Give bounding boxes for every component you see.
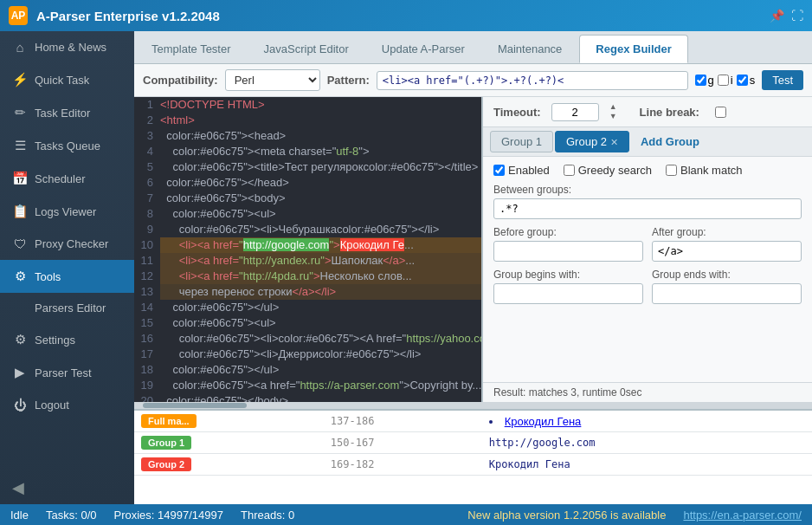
- ends-with-label: Group ends with:: [652, 269, 802, 281]
- line-content: color:#e06c75"></ul>: [160, 362, 481, 378]
- compatibility-label: Compatibility:: [143, 74, 218, 87]
- tab-maintenance[interactable]: Maintenance: [482, 36, 577, 62]
- line-content: color:#e06c75"><title>Тест регулярокcolo…: [160, 159, 481, 175]
- tabs-bar: Template TesterJavaScript EditorUpdate A…: [134, 31, 812, 64]
- line-number: 18: [134, 362, 160, 378]
- sidebar-icon-scheduler: 📅: [12, 171, 28, 186]
- tab-template-tester[interactable]: Template Tester: [136, 36, 247, 62]
- timeout-spinner[interactable]: ▲ ▼: [608, 102, 619, 121]
- blank-match-option[interactable]: Blank match: [666, 164, 743, 177]
- code-horizontal-scrollbar[interactable]: [134, 402, 812, 409]
- sidebar-item-task-editor[interactable]: ✏Task Editor: [0, 96, 134, 129]
- line-number: 19: [134, 378, 160, 393]
- greedy-checkbox[interactable]: [564, 165, 575, 176]
- test-button[interactable]: Test: [762, 70, 803, 90]
- enabled-option[interactable]: Enabled: [493, 164, 550, 177]
- timeout-label: Timeout:: [493, 106, 541, 119]
- tab-update-a-parser[interactable]: Update A-Parser: [366, 36, 480, 62]
- group-tab-group1[interactable]: Group 1: [490, 131, 553, 152]
- threads-status: Threads: 0: [241, 509, 294, 522]
- line-content: color:#e06c75"><meta charset="utf-8">: [160, 144, 481, 159]
- spin-down[interactable]: ▼: [608, 112, 619, 121]
- content-area: Template TesterJavaScript EditorUpdate A…: [134, 31, 812, 504]
- result-match-text: Крокодил Гена: [482, 411, 812, 432]
- sidebar-item-quick-task[interactable]: ⚡Quick Task: [0, 63, 134, 96]
- compatibility-select[interactable]: Perl PCRE JavaScript: [225, 69, 320, 91]
- linebreak-checkbox[interactable]: [715, 107, 726, 118]
- line-content: color:#e06c75"><ul>: [160, 206, 481, 222]
- alpha-notice: New alpha version 1.2.2056 is available: [467, 509, 666, 522]
- flag-g-label[interactable]: g: [695, 74, 714, 87]
- code-line: 8 color:#e06c75"><ul>: [134, 206, 481, 222]
- sidebar-item-tools[interactable]: ⚙Tools: [0, 260, 134, 293]
- sidebar-item-logout[interactable]: ⏻Logout: [0, 389, 134, 421]
- sidebar-label-parsers-editor: Parsers Editor: [35, 301, 106, 314]
- code-line: 18 color:#e06c75"></ul>: [134, 362, 481, 378]
- group-settings: Enabled Greedy search Blank match: [483, 157, 812, 382]
- tab-regex-builder[interactable]: Regex Builder: [579, 35, 687, 63]
- before-group-input[interactable]: [493, 241, 643, 262]
- flag-s-label[interactable]: s: [737, 74, 756, 87]
- pin-button[interactable]: 📌: [770, 9, 784, 23]
- sidebar-item-parsers-editor[interactable]: Parsers Editor: [0, 293, 134, 323]
- sidebar-collapse-button[interactable]: ◀: [0, 471, 134, 504]
- spin-up[interactable]: ▲: [608, 102, 619, 112]
- sidebar-item-tasks-queue[interactable]: ☰Tasks Queue: [0, 129, 134, 162]
- flag-g-checkbox[interactable]: [695, 75, 706, 86]
- after-group-input[interactable]: [652, 241, 802, 262]
- enabled-checkbox[interactable]: [493, 165, 505, 176]
- code-line: 17 color:#e06c75"><li>Джерриcolor:#e06c7…: [134, 347, 481, 362]
- sidebar-item-scheduler[interactable]: 📅Scheduler: [0, 162, 134, 195]
- between-groups-input[interactable]: [493, 198, 802, 219]
- titlebar-controls: 📌 ⛶: [770, 9, 803, 23]
- line-number: 5: [134, 159, 160, 175]
- line-number: 17: [134, 347, 160, 362]
- sidebar-item-settings[interactable]: ⚙Settings: [0, 323, 134, 356]
- line-number: 20: [134, 393, 160, 402]
- sidebar-item-home-news[interactable]: ⌂Home & News: [0, 31, 134, 63]
- code-line: 10 <li><a href="http://google.com">Кроко…: [134, 237, 481, 253]
- sidebar-icon-logs-viewer: 📋: [12, 204, 28, 219]
- flag-s-checkbox[interactable]: [737, 75, 748, 86]
- timeout-input[interactable]: [551, 103, 599, 121]
- timeout-row: Timeout: ▲ ▼ Line break:: [483, 97, 812, 127]
- group-tab-group2[interactable]: Group 2✕: [555, 131, 629, 152]
- pattern-input[interactable]: [377, 71, 688, 90]
- line-content: color:#e06c75"><head>: [160, 128, 481, 144]
- blank-match-checkbox[interactable]: [666, 165, 677, 176]
- after-group-label: After group:: [652, 226, 802, 238]
- begins-ends-row: Group begins with: Group ends with:: [493, 269, 802, 304]
- scrollbar-thumb[interactable]: [143, 403, 247, 408]
- sidebar-icon-task-editor: ✏: [12, 105, 28, 120]
- maximize-button[interactable]: ⛶: [791, 9, 803, 23]
- pattern-label: Pattern:: [327, 74, 370, 87]
- ends-with-input[interactable]: [652, 283, 802, 304]
- sidebar-label-home-news: Home & News: [35, 41, 106, 54]
- result-match-text: Крокодил Гена: [482, 454, 812, 476]
- code-editor[interactable]: 1<!DOCTYPE HTML>2<html>3 color:#e06c75">…: [134, 97, 483, 402]
- sidebar-item-proxy-checker[interactable]: 🛡Proxy Checker: [0, 228, 134, 260]
- line-content: color:#e06c75"></ul>: [160, 300, 481, 315]
- ends-with-field: Group ends with:: [652, 269, 802, 304]
- flag-i-label[interactable]: i: [718, 74, 733, 87]
- code-line: 20 color:#e06c75"></body>: [134, 393, 481, 402]
- sidebar-icon-settings: ⚙: [12, 332, 28, 347]
- tab-javascript-editor[interactable]: JavaScript Editor: [248, 36, 364, 62]
- app-logo: AP: [9, 6, 28, 25]
- titlebar: AP A-Parser Enterprise v1.2.2048 📌 ⛶: [0, 0, 812, 31]
- line-content: <li><a href="http://4pda.ru">Несколько с…: [160, 269, 481, 284]
- flag-i-checkbox[interactable]: [718, 75, 729, 86]
- alpha-link[interactable]: https://en.a-parser.com/: [683, 509, 802, 522]
- greedy-search-option[interactable]: Greedy search: [564, 164, 652, 177]
- add-group-button[interactable]: Add Group: [631, 131, 709, 152]
- before-after-row: Before group: After group:: [493, 226, 802, 262]
- sidebar-item-parser-test[interactable]: ▶Parser Test: [0, 356, 134, 389]
- sidebar-label-proxy-checker: Proxy Checker: [35, 237, 108, 250]
- group-tab-close-group2[interactable]: ✕: [610, 137, 618, 147]
- begins-with-input[interactable]: [493, 283, 643, 304]
- sidebar-icon-quick-task: ⚡: [12, 72, 28, 88]
- code-line: 1<!DOCTYPE HTML>: [134, 97, 481, 113]
- sidebar-label-task-editor: Task Editor: [35, 107, 90, 120]
- sidebar-item-logs-viewer[interactable]: 📋Logs Viewer: [0, 195, 134, 228]
- line-number: 12: [134, 269, 160, 284]
